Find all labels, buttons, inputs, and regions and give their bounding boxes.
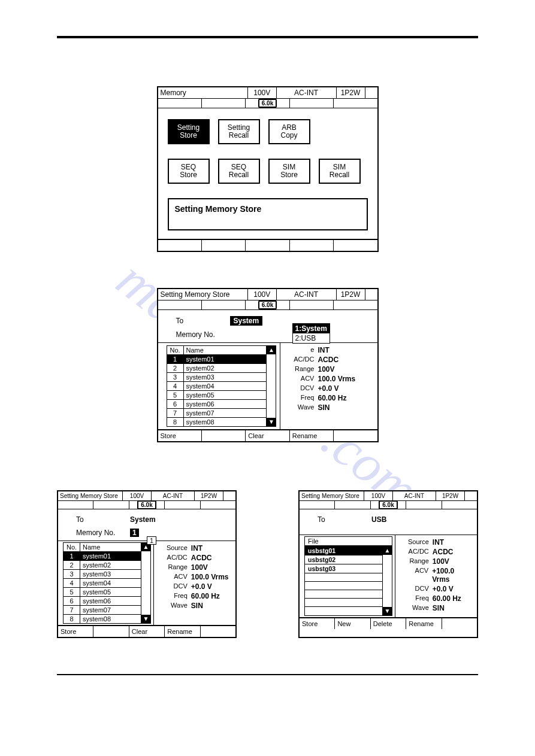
tab-cell [334, 99, 377, 108]
softkey[interactable] [290, 240, 334, 251]
voltage-tag: 100V [248, 289, 277, 300]
list-item[interactable]: 1system01 [64, 552, 141, 561]
scroll-down-icon[interactable]: ▼ [383, 607, 392, 615]
softkey-delete[interactable]: Delete [371, 618, 406, 629]
property-row: AC/DCACDC [159, 553, 232, 563]
col-no-header: No. [64, 543, 80, 551]
property-key: Freq [159, 592, 188, 600]
property-value: 60.00 Hz [433, 594, 461, 603]
softkey-store[interactable]: Store [158, 430, 202, 441]
property-row: Range100V [400, 557, 473, 566]
list-item[interactable]: 6system06 [167, 400, 267, 409]
softkey-clear[interactable]: Clear [246, 430, 289, 441]
property-row: WaveSIN [400, 603, 473, 613]
col-name-header: Name [184, 346, 267, 354]
menu-button[interactable]: SEQRecall [218, 159, 260, 184]
property-value: 60.00 Hz [191, 592, 220, 600]
property-value: 60.00 Hz [318, 394, 346, 402]
file-item[interactable]: usbstg03 [305, 564, 382, 573]
memory-panel: Memory 100V AC-INT 1P2W 6.0k SettingStor… [157, 86, 379, 252]
property-value: ACDC [433, 548, 454, 556]
list-item[interactable]: 2system02 [64, 561, 141, 570]
col-name: system01 [80, 552, 141, 560]
tab-cell [290, 300, 334, 309]
memno-popup[interactable]: 1 [147, 536, 156, 545]
list-item[interactable]: 7system07 [64, 606, 141, 615]
list-item[interactable]: 4system04 [64, 579, 141, 588]
softkey[interactable] [202, 240, 246, 251]
menu-button[interactable]: SettingStore [168, 119, 210, 144]
list-item[interactable]: 5system05 [64, 588, 141, 597]
tab-cell [58, 501, 93, 509]
property-row: DCV+0.0 V [400, 584, 473, 594]
scrollbar[interactable]: ▲ ▼ [267, 345, 276, 427]
softkey[interactable] [246, 240, 289, 251]
softkey-clear[interactable]: Clear [129, 626, 165, 637]
property-value: 100.0 Vrms [191, 573, 229, 581]
menu-button[interactable]: SettingRecall [218, 119, 260, 144]
to-line: To USB [300, 514, 477, 527]
list-item[interactable]: 5system05 [167, 391, 267, 400]
scroll-up-icon[interactable]: ▲ [267, 346, 276, 354]
list-item[interactable]: 7system07 [167, 409, 267, 418]
list-table: No.Name1system012system023system034syste… [167, 345, 267, 427]
softkey[interactable] [334, 240, 377, 251]
button-label-2: Copy [280, 132, 297, 139]
softkey-rename[interactable]: Rename [290, 430, 334, 441]
file-item[interactable]: usbstg02 [305, 555, 382, 564]
scroll-down-icon[interactable]: ▼ [141, 615, 150, 623]
dropdown-item[interactable]: 2:USB [293, 333, 330, 343]
tab-cell [335, 501, 370, 509]
softkey-rename[interactable]: Rename [406, 618, 442, 629]
softkey-row [158, 239, 377, 251]
property-value: +0.0 V [433, 585, 454, 593]
col-name: system05 [184, 391, 267, 399]
list-item[interactable]: 1system01 [167, 355, 267, 364]
softkey-row: StoreClearRename [58, 625, 235, 637]
memno-value[interactable]: 1 [130, 529, 139, 537]
scrollbar[interactable]: ▲ ▼ [383, 546, 392, 616]
property-value: INT [191, 544, 202, 552]
property-key: Wave [285, 403, 314, 412]
property-value: +100.0 Vrms [432, 567, 473, 584]
to-dropdown[interactable]: 1:System2:USB [292, 323, 330, 344]
softkey[interactable] [158, 240, 202, 251]
property-value: SIN [191, 602, 203, 610]
menu-button[interactable]: SIMStore [268, 159, 310, 184]
mid-split: File usbstg01usbstg02usbstg03 ▲ ▼ Source… [300, 535, 477, 617]
col-name: system07 [80, 606, 141, 614]
scrollbar[interactable]: ▲ ▼ [141, 542, 151, 624]
col-no: 6 [64, 597, 80, 605]
file-item[interactable]: usbstg01 [305, 546, 382, 555]
softkey-empty [442, 618, 477, 629]
list-item[interactable]: 3system03 [167, 373, 267, 382]
scroll-down-icon[interactable]: ▼ [267, 418, 276, 426]
property-key: ACV [159, 573, 188, 581]
property-value: 100V [191, 563, 208, 572]
dropdown-item[interactable]: 1:System [293, 324, 330, 333]
softkey-store[interactable]: Store [58, 626, 93, 637]
scroll-up-icon[interactable]: ▲ [383, 546, 392, 555]
button-label-2: Store [280, 171, 298, 179]
property-value: 100.0 Vrms [318, 375, 355, 383]
menu-button[interactable]: SEQStore [168, 159, 210, 184]
to-value[interactable]: System [230, 316, 263, 326]
list-item[interactable]: 6system06 [64, 597, 141, 606]
tab-cell [290, 99, 334, 108]
list-item[interactable]: 3system03 [64, 570, 141, 579]
panel-title: Memory [158, 87, 248, 98]
list-item[interactable]: 2system02 [167, 364, 267, 373]
softkey-new[interactable]: New [335, 618, 370, 629]
menu-button[interactable]: SIMRecall [319, 159, 361, 184]
col-no: 2 [64, 561, 80, 569]
property-key: Freq [400, 594, 429, 603]
sub-tabs: 6.0k [158, 99, 377, 108]
list-item[interactable]: 8system08 [64, 615, 141, 623]
to-label: To [176, 317, 230, 325]
softkey-store[interactable]: Store [300, 618, 335, 629]
softkey-rename[interactable]: Rename [165, 626, 200, 637]
list-item[interactable]: 8system08 [167, 418, 267, 426]
spacer-line [300, 527, 477, 535]
list-item[interactable]: 4system04 [167, 382, 267, 391]
menu-button[interactable]: ARBCopy [268, 119, 310, 144]
